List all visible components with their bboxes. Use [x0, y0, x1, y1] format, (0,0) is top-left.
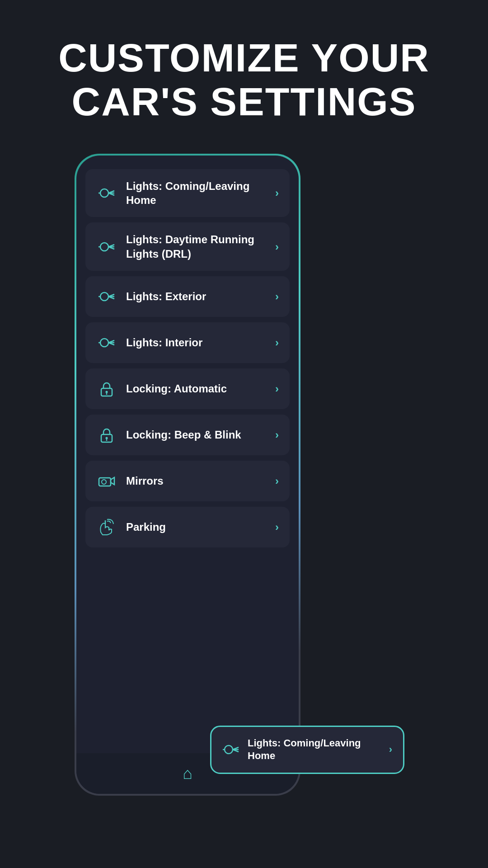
item-label-locking-automatic: Locking: Automatic — [126, 382, 266, 396]
home-icon[interactable]: ⌂ — [183, 764, 192, 783]
page-header: CUSTOMIZE YOUR CAR'S SETTINGS — [0, 0, 488, 146]
svg-point-30 — [225, 745, 233, 754]
tooltip-chevron: › — [389, 744, 392, 755]
chevron-icon-5: › — [275, 382, 279, 395]
svg-point-28 — [102, 480, 106, 484]
item-label-mirrors: Mirrors — [126, 474, 266, 488]
headlight-icon-1 — [96, 183, 117, 203]
item-label-lights-exterior: Lights: Exterior — [126, 289, 266, 303]
chevron-icon-1: › — [275, 187, 279, 199]
headlight-icon-2 — [96, 236, 117, 257]
item-label-lights-interior: Lights: Interior — [126, 335, 266, 349]
phone-frame: Lights: Coming/Leaving Home › — [75, 154, 300, 796]
phone-screen: Lights: Coming/Leaving Home › — [76, 156, 299, 794]
tooltip-card[interactable]: Lights: Coming/Leaving Home › — [210, 726, 404, 774]
item-label-locking-beep-blink: Locking: Beep & Blink — [126, 428, 266, 442]
settings-item-lights-drl[interactable]: Lights: Daytime Running Lights (DRL) › — [85, 222, 290, 270]
svg-point-21 — [106, 391, 108, 393]
svg-point-5 — [100, 243, 108, 251]
svg-point-0 — [100, 189, 108, 197]
mirror-icon — [96, 471, 117, 491]
chevron-icon-7: › — [275, 475, 279, 487]
phone-mockup: Lights: Coming/Leaving Home › — [75, 154, 300, 796]
settings-item-locking-beep-blink[interactable]: Locking: Beep & Blink › — [85, 415, 290, 455]
svg-point-10 — [100, 292, 108, 301]
headlight-icon-3 — [96, 286, 117, 307]
settings-item-lights-interior[interactable]: Lights: Interior › — [85, 322, 290, 363]
svg-point-15 — [100, 339, 108, 347]
lock-icon-2 — [96, 425, 117, 445]
page-title: CUSTOMIZE YOUR CAR'S SETTINGS — [27, 36, 461, 124]
parking-icon — [96, 517, 117, 538]
settings-item-lights-exterior[interactable]: Lights: Exterior › — [85, 276, 290, 317]
tooltip-label: Lights: Coming/Leaving Home — [248, 737, 381, 763]
lock-icon-1 — [96, 378, 117, 399]
settings-item-parking[interactable]: Parking › — [85, 507, 290, 547]
item-label-lights-drl: Lights: Daytime Running Lights (DRL) — [126, 232, 266, 260]
chevron-icon-8: › — [275, 521, 279, 533]
svg-point-24 — [106, 437, 108, 439]
item-label-lights-coming-leaving: Lights: Coming/Leaving Home — [126, 179, 266, 207]
chevron-icon-6: › — [275, 429, 279, 441]
chevron-icon-2: › — [275, 241, 279, 253]
settings-item-locking-automatic[interactable]: Locking: Automatic › — [85, 368, 290, 409]
settings-item-lights-coming-leaving[interactable]: Lights: Coming/Leaving Home › — [85, 169, 290, 217]
settings-item-mirrors[interactable]: Mirrors › — [85, 461, 290, 501]
settings-list: Lights: Coming/Leaving Home › — [76, 156, 299, 561]
headlight-icon-4 — [96, 332, 117, 353]
item-label-parking: Parking — [126, 520, 266, 534]
chevron-icon-3: › — [275, 290, 279, 303]
tooltip-headlight-icon — [222, 741, 239, 758]
chevron-icon-4: › — [275, 336, 279, 349]
svg-rect-26 — [99, 478, 111, 486]
